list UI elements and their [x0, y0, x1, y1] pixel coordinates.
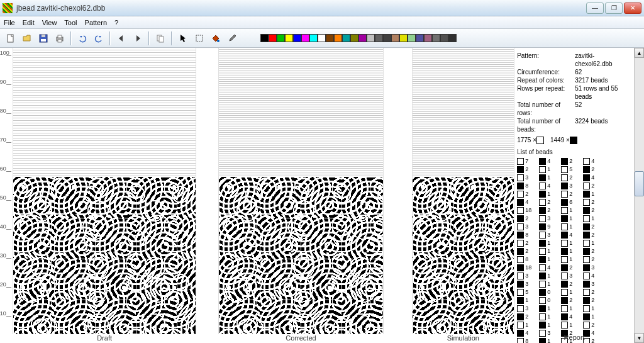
palette-swatch-11[interactable]: [350, 34, 358, 42]
palette-swatch-23[interactable]: [448, 34, 457, 42]
bead-list-item: 8: [517, 231, 534, 239]
palette-swatch-16[interactable]: [391, 34, 399, 42]
bead-list-item: 3: [517, 305, 534, 313]
open-button[interactable]: [20, 31, 34, 45]
save-button[interactable]: [36, 31, 50, 45]
palette-swatch-3[interactable]: [285, 34, 293, 42]
bead-color-icon: [517, 305, 524, 312]
work-area: 100908070605040302010 Draft Corrected Si…: [0, 48, 644, 343]
bead-count: 2: [525, 247, 534, 256]
totrows-label: Total number of rows:: [517, 101, 575, 117]
palette-swatch-18[interactable]: [408, 34, 416, 42]
maximize-button[interactable]: ❐: [605, 3, 623, 14]
menu-edit[interactable]: Edit: [23, 19, 35, 26]
bead-list-item: 1: [539, 313, 556, 321]
palette-swatch-7[interactable]: [318, 34, 326, 42]
bead-count: 1: [547, 313, 556, 321]
scroll-up-button[interactable]: ▲: [635, 48, 644, 58]
bead-list-item: 2: [517, 166, 534, 174]
new-button[interactable]: [4, 31, 18, 45]
bead-list-item: 2: [561, 157, 578, 166]
draft-canvas[interactable]: [13, 48, 197, 334]
copy-button[interactable]: [153, 31, 167, 45]
bead-color-icon: [561, 199, 568, 206]
bead-list-item: 1: [561, 256, 578, 264]
bead-color-icon: [561, 215, 568, 222]
palette-swatch-10[interactable]: [342, 34, 350, 42]
ruler-mark: 40: [6, 229, 11, 230]
palette-swatch-22[interactable]: [440, 34, 448, 42]
pointer-tool[interactable]: [176, 31, 190, 45]
palette-swatch-14[interactable]: [375, 34, 383, 42]
menu-file[interactable]: File: [4, 19, 15, 26]
bead-count: 4: [547, 157, 556, 166]
color-count-item: 1449 ×: [550, 136, 577, 144]
bead-color-icon: [583, 322, 590, 329]
eyedropper-tool[interactable]: [225, 31, 239, 45]
pattern-label: Pattern:: [517, 52, 575, 68]
corrected-canvas[interactable]: [218, 48, 384, 334]
bead-color-icon: [561, 240, 568, 247]
bead-count: 2: [569, 296, 578, 305]
palette-swatch-21[interactable]: [432, 34, 440, 42]
close-button[interactable]: ✕: [624, 3, 641, 14]
scroll-thumb[interactable]: [635, 171, 644, 196]
bead-count: 0: [547, 296, 556, 305]
select-tool[interactable]: [192, 31, 206, 45]
rows-label: Rows per repeat:: [517, 84, 575, 101]
palette-swatch-0[interactable]: [260, 34, 269, 42]
bead-list-item: 2: [517, 190, 534, 198]
bead-list-item: 0: [539, 296, 556, 305]
bead-color-icon: [539, 281, 546, 288]
redo-button[interactable]: [92, 31, 106, 45]
menu-view[interactable]: View: [42, 19, 57, 26]
bead-color-icon: [583, 273, 590, 279]
palette-swatch-17[interactable]: [399, 34, 408, 42]
bead-count: 1: [569, 223, 578, 231]
bead-count: 2: [569, 157, 578, 166]
color-count-item: 1775 ×: [517, 136, 544, 144]
print-button[interactable]: [53, 31, 67, 45]
report-panel: Pattern:zavitki-chexol62.dbb Circumferen…: [514, 48, 634, 343]
palette-swatch-15[interactable]: [383, 34, 391, 42]
palette-swatch-2[interactable]: [277, 34, 285, 42]
menu-tool[interactable]: Tool: [64, 19, 77, 26]
bead-color-icon: [517, 297, 524, 304]
bead-list-item: 1: [561, 288, 578, 296]
palette-swatch-8[interactable]: [326, 34, 334, 42]
menu-help[interactable]: ?: [114, 19, 118, 26]
bead-count: 1: [547, 272, 556, 280]
palette-swatch-9[interactable]: [334, 34, 342, 42]
palette-swatch-12[interactable]: [358, 34, 367, 42]
palette-swatch-6[interactable]: [309, 34, 318, 42]
palette-swatch-5[interactable]: [301, 34, 309, 42]
bead-count: 3: [569, 182, 578, 190]
bead-list: 7238241823822818335132148341141223931114…: [517, 157, 631, 343]
bead-color-icon: [583, 248, 590, 255]
bead-count: 18: [525, 206, 534, 215]
bead-color-icon: [583, 199, 590, 206]
bead-column: 252326111411123212141211: [561, 157, 578, 343]
bead-list-item: 2: [583, 166, 600, 174]
palette-swatch-13[interactable]: [367, 34, 375, 42]
minimize-button[interactable]: —: [586, 3, 604, 14]
bead-color-icon: [583, 240, 590, 247]
simulation-canvas[interactable]: [412, 48, 515, 334]
next-button[interactable]: [131, 31, 145, 45]
palette-swatch-1[interactable]: [269, 34, 277, 42]
bead-color-icon: [583, 313, 590, 320]
prev-button[interactable]: [114, 31, 128, 45]
palette-swatch-4[interactable]: [293, 34, 301, 42]
undo-button[interactable]: [75, 31, 89, 45]
vertical-scrollbar[interactable]: ▲ ▼: [634, 48, 644, 343]
fill-tool[interactable]: [209, 31, 223, 45]
menu-pattern[interactable]: Pattern: [85, 19, 107, 26]
bead-list-item: 18: [517, 206, 534, 215]
bead-list-item: 2: [583, 256, 600, 264]
bead-color-icon: [517, 248, 524, 255]
bead-count: 1: [525, 296, 534, 305]
palette-swatch-20[interactable]: [424, 34, 432, 42]
palette-swatch-19[interactable]: [416, 34, 424, 42]
bead-list-item: 4: [583, 157, 600, 166]
scroll-down-button[interactable]: ▼: [635, 333, 644, 343]
